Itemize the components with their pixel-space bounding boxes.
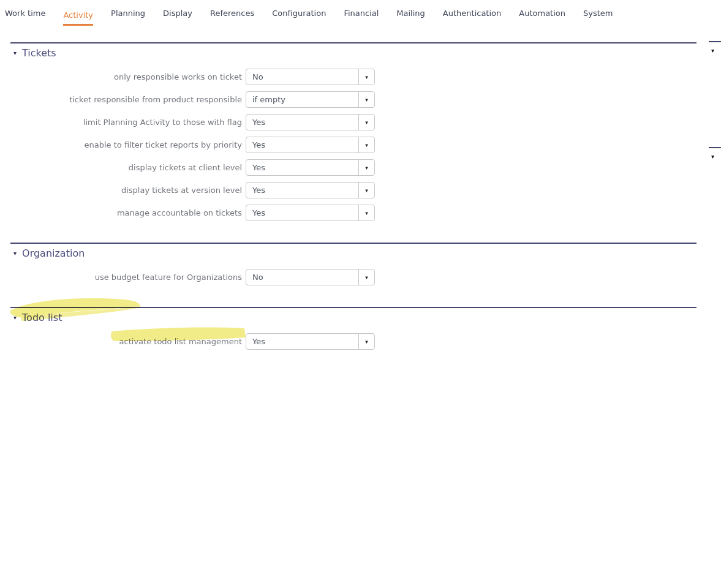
- dropdown-selected-value: Yes: [246, 208, 358, 217]
- chevron-down-icon[interactable]: ▾: [711, 154, 721, 160]
- chevron-down-icon[interactable]: ▾: [358, 69, 374, 85]
- section-header-tickets: ▾Tickets: [13, 47, 721, 59]
- dropdown-selected-value: Yes: [246, 163, 358, 172]
- row-label: manage accountable on tickets: [0, 208, 242, 217]
- dropdown-selected-value: Yes: [246, 186, 358, 195]
- settings-row: manage accountable on ticketsYes▾: [0, 202, 721, 224]
- section-divider: [10, 42, 696, 43]
- settings-row: use budget feature for OrganizationsNo▾: [0, 266, 721, 288]
- row-label: only responsible works on ticket: [0, 72, 242, 81]
- dropdown-selected-value: if empty: [246, 95, 358, 104]
- settings-row: enable to filter ticket reports by prior…: [0, 134, 721, 156]
- row-label: use budget feature for Organizations: [0, 273, 242, 282]
- row-label: ticket responsible from product responsi…: [0, 95, 242, 104]
- settings-row: display tickets at version levelYes▾: [0, 179, 721, 202]
- right-edge-section-fragment: ▾: [709, 147, 721, 160]
- chevron-down-icon[interactable]: ▾: [358, 270, 374, 285]
- chevron-down-icon[interactable]: ▾: [711, 48, 721, 54]
- dropdown-limit-planning-activity-to-those-with-flag[interactable]: Yes▾: [246, 114, 375, 130]
- row-label: enable to filter ticket reports by prior…: [0, 140, 242, 149]
- tab-automation[interactable]: Automation: [519, 0, 565, 26]
- tab-work-time[interactable]: Work time: [5, 0, 45, 26]
- section-title: Todo list: [22, 312, 62, 324]
- row-label: display tickets at version level: [0, 186, 242, 195]
- dropdown-selected-value: Yes: [246, 118, 358, 127]
- tab-bar: Work timeActivityPlanningDisplayReferenc…: [0, 0, 721, 26]
- section-todo-list: ▾Todo listactivate todo list managementY…: [0, 307, 721, 353]
- dropdown-use-budget-feature-for-organizations[interactable]: No▾: [246, 269, 375, 285]
- dropdown-selected-value: No: [246, 72, 358, 81]
- tab-configuration[interactable]: Configuration: [272, 0, 326, 26]
- chevron-down-icon[interactable]: ▾: [358, 205, 374, 221]
- dropdown-display-tickets-at-client-level[interactable]: Yes▾: [246, 159, 375, 176]
- section-divider: [10, 307, 696, 308]
- tab-planning[interactable]: Planning: [111, 0, 145, 26]
- section-header-todo-list: ▾Todo list: [13, 312, 721, 324]
- dropdown-display-tickets-at-version-level[interactable]: Yes▾: [246, 182, 375, 198]
- section-divider: [10, 243, 696, 244]
- dropdown-enable-to-filter-ticket-reports-by-priority[interactable]: Yes▾: [246, 137, 375, 153]
- chevron-down-icon[interactable]: ▾: [13, 251, 17, 257]
- settings-content: ▾Ticketsonly responsible works on ticket…: [0, 42, 721, 353]
- dropdown-selected-value: Yes: [246, 140, 358, 149]
- right-edge-section-fragment: ▾: [709, 41, 721, 54]
- section-title: Tickets: [22, 47, 56, 59]
- tab-references[interactable]: References: [210, 0, 254, 26]
- dropdown-only-responsible-works-on-ticket[interactable]: No▾: [246, 69, 375, 85]
- section-organization: ▾Organizationuse budget feature for Orga…: [0, 243, 721, 288]
- tab-activity[interactable]: Activity: [63, 2, 93, 26]
- settings-row: only responsible works on ticketNo▾: [0, 66, 721, 88]
- section-tickets: ▾Ticketsonly responsible works on ticket…: [0, 42, 721, 224]
- section-rule-fragment: [709, 41, 721, 42]
- section-rows: use budget feature for OrganizationsNo▾: [0, 266, 721, 288]
- chevron-down-icon[interactable]: ▾: [358, 115, 374, 130]
- row-label: display tickets at client level: [0, 163, 242, 172]
- dropdown-selected-value: No: [246, 273, 358, 282]
- tab-mailing[interactable]: Mailing: [396, 0, 425, 26]
- section-rows: only responsible works on ticketNo▾ticke…: [0, 66, 721, 224]
- tab-financial[interactable]: Financial: [344, 0, 379, 26]
- tab-display[interactable]: Display: [163, 0, 192, 26]
- chevron-down-icon[interactable]: ▾: [358, 137, 374, 153]
- chevron-down-icon[interactable]: ▾: [358, 334, 374, 349]
- chevron-down-icon[interactable]: ▾: [358, 92, 374, 107]
- dropdown-ticket-responsible-from-product-responsible[interactable]: if empty▾: [246, 91, 375, 108]
- settings-row: activate todo list managementYes▾: [0, 330, 721, 353]
- dropdown-manage-accountable-on-tickets[interactable]: Yes▾: [246, 205, 375, 221]
- section-title: Organization: [22, 247, 85, 260]
- row-label: limit Planning Activity to those with fl…: [0, 118, 242, 127]
- settings-row: display tickets at client levelYes▾: [0, 156, 721, 179]
- dropdown-activate-todo-list-management[interactable]: Yes▾: [246, 333, 375, 350]
- dropdown-selected-value: Yes: [246, 337, 358, 346]
- tab-system[interactable]: System: [583, 0, 613, 26]
- settings-row: ticket responsible from product responsi…: [0, 88, 721, 111]
- chevron-down-icon[interactable]: ▾: [13, 50, 17, 56]
- section-rows: activate todo list managementYes▾: [0, 330, 721, 353]
- section-header-organization: ▾Organization: [13, 247, 721, 260]
- chevron-down-icon[interactable]: ▾: [358, 183, 374, 198]
- settings-row: limit Planning Activity to those with fl…: [0, 111, 721, 134]
- chevron-down-icon[interactable]: ▾: [358, 160, 374, 175]
- tab-authentication[interactable]: Authentication: [443, 0, 501, 26]
- section-rule-fragment: [709, 147, 721, 148]
- row-label: activate todo list management: [0, 337, 242, 346]
- chevron-down-icon[interactable]: ▾: [13, 315, 17, 321]
